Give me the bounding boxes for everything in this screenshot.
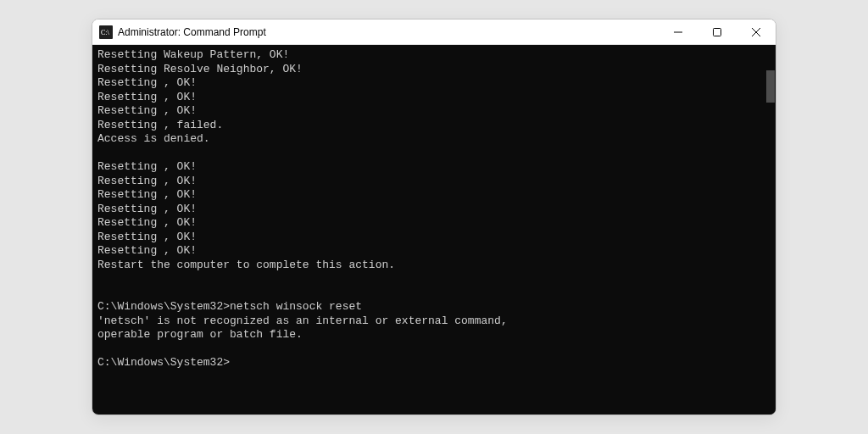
close-icon [752, 28, 760, 36]
maximize-button[interactable] [698, 19, 737, 44]
svg-text:C:\: C:\ [101, 29, 110, 36]
minimize-button[interactable] [659, 19, 698, 44]
command-prompt-window: C:\ Administrator: Command Prompt Resett… [92, 19, 776, 415]
terminal-output[interactable]: Resetting Wakeup Pattern, OK! Resetting … [92, 45, 764, 415]
scrollbar-track[interactable] [764, 45, 776, 415]
window-title: Administrator: Command Prompt [118, 26, 659, 38]
titlebar[interactable]: C:\ Administrator: Command Prompt [92, 19, 776, 45]
scrollbar-thumb[interactable] [766, 70, 775, 103]
minimize-icon [674, 28, 682, 36]
cmd-icon: C:\ [99, 25, 113, 39]
terminal-area: Resetting Wakeup Pattern, OK! Resetting … [92, 45, 776, 415]
window-controls [659, 19, 776, 44]
maximize-icon [713, 28, 721, 36]
svg-rect-3 [714, 28, 721, 36]
close-button[interactable] [737, 19, 776, 44]
